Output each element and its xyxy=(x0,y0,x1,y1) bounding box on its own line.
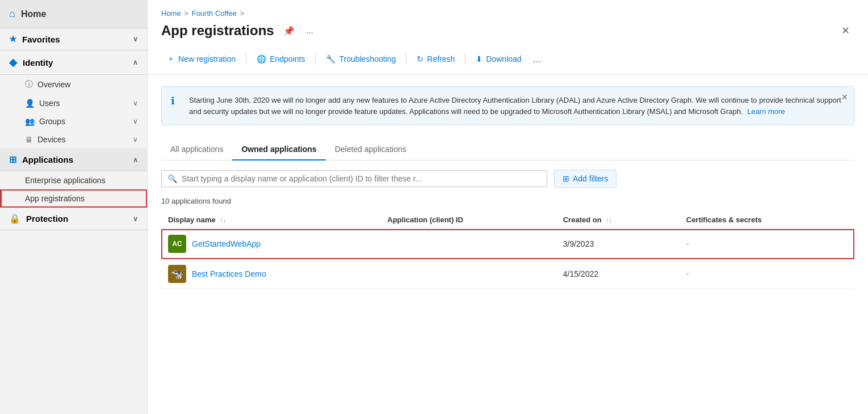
new-registration-button[interactable]: ＋ New registration xyxy=(161,50,241,67)
sidebar-protection[interactable]: 🔒 Protection ∨ xyxy=(0,208,147,230)
table-header: Display name ↑↓ Application (client) ID … xyxy=(161,211,854,229)
toolbar-divider-4 xyxy=(465,53,466,65)
favorites-chevron: ∨ xyxy=(133,35,138,43)
info-icon: ℹ xyxy=(171,95,182,107)
breadcrumb-sep1: > xyxy=(184,10,188,18)
avatar: 🐄 xyxy=(168,265,186,283)
protection-label: Protection xyxy=(26,214,68,223)
info-banner: ℹ Starting June 30th, 2020 we will no lo… xyxy=(161,86,854,125)
table-cell-certs: - xyxy=(680,229,854,259)
table-cell-name: AC GetStartedWebApp xyxy=(161,229,380,259)
refresh-icon: ↻ xyxy=(417,54,423,64)
tab-owned-applications[interactable]: Owned applications xyxy=(232,139,325,160)
download-label: Download xyxy=(486,54,521,64)
wrench-icon: 🔧 xyxy=(326,54,336,64)
sort-display-name-icon[interactable]: ↑↓ xyxy=(220,217,226,223)
tab-all-applications[interactable]: All applications xyxy=(161,139,232,160)
endpoints-button[interactable]: 🌐 Endpoints xyxy=(251,51,311,67)
close-button[interactable]: ✕ xyxy=(837,22,854,39)
col-certs: Certificates & secrets xyxy=(680,211,854,229)
toolbar-divider-2 xyxy=(315,53,316,65)
troubleshooting-button[interactable]: 🔧 Troubleshooting xyxy=(320,51,401,67)
toolbar-more-button[interactable]: ... xyxy=(530,51,545,67)
groups-chevron: ∨ xyxy=(133,117,138,125)
filter-label: Add filters xyxy=(573,174,608,183)
tabs: All applications Owned applications Dele… xyxy=(161,139,854,160)
users-icon: 👤 xyxy=(25,99,35,108)
globe-icon: 🌐 xyxy=(257,54,266,64)
protection-icon: 🔒 xyxy=(9,213,20,224)
table-cell-created-on: 4/15/2022 xyxy=(556,259,680,289)
home-icon: ⌂ xyxy=(9,8,15,20)
identity-label: Identity xyxy=(23,58,53,67)
groups-icon: 👥 xyxy=(25,117,35,126)
overview-icon: ⓘ xyxy=(25,79,33,90)
troubleshooting-label: Troubleshooting xyxy=(339,54,396,64)
sidebar-favorites[interactable]: ★ Favorites ∨ xyxy=(0,28,147,50)
sidebar-app-registrations[interactable]: App registrations xyxy=(0,189,147,208)
app-name-link[interactable]: Best Practices Demo xyxy=(192,269,266,278)
toolbar-divider-1 xyxy=(246,53,246,65)
toolbar-divider-3 xyxy=(406,53,406,65)
search-icon: 🔍 xyxy=(167,174,177,183)
breadcrumb-tenant[interactable]: Fourth Coffee xyxy=(192,9,237,18)
applications-chevron: ∧ xyxy=(133,156,138,164)
sidebar-overview[interactable]: ⓘ Overview xyxy=(0,75,147,94)
search-input[interactable] xyxy=(182,174,541,183)
app-name-link[interactable]: GetStartedWebApp xyxy=(192,239,261,248)
main-content: Home > Fourth Coffee > App registrations… xyxy=(148,0,868,414)
sidebar-groups[interactable]: 👥 Groups ∨ xyxy=(0,112,147,130)
sidebar-devices[interactable]: 🖥 Devices ∨ xyxy=(0,130,147,149)
enterprise-apps-label: Enterprise applications xyxy=(25,176,106,185)
protection-chevron: ∨ xyxy=(133,215,138,223)
refresh-button[interactable]: ↻ Refresh xyxy=(411,51,460,67)
new-registration-label: New registration xyxy=(178,54,236,64)
devices-chevron: ∨ xyxy=(133,136,138,143)
filter-icon: ⊞ xyxy=(563,174,569,183)
star-icon: ★ xyxy=(9,34,16,44)
col-created-on: Created on ↑↓ xyxy=(556,211,680,229)
groups-label: Groups xyxy=(39,117,65,126)
sidebar-home[interactable]: ⌂ Home xyxy=(0,0,147,28)
sort-created-on-icon[interactable]: ↑↓ xyxy=(606,217,612,223)
applications-icon: ⊞ xyxy=(9,154,16,165)
app-name-cell: AC GetStartedWebApp xyxy=(168,235,374,253)
breadcrumb: Home > Fourth Coffee > xyxy=(161,9,854,18)
more-options-button[interactable]: ... xyxy=(304,23,316,38)
identity-icon: ◆ xyxy=(9,56,17,69)
sidebar-identity[interactable]: ◆ Identity ∧ xyxy=(0,50,147,75)
tab-deleted-applications[interactable]: Deleted applications xyxy=(326,139,416,160)
users-label: Users xyxy=(39,99,60,108)
banner-learn-more[interactable]: Learn more xyxy=(747,107,785,116)
overview-label: Overview xyxy=(37,80,70,89)
plus-icon: ＋ xyxy=(167,54,175,64)
search-row: 🔍 ⊞ Add filters xyxy=(161,170,854,188)
devices-label: Devices xyxy=(37,135,66,144)
sidebar-applications[interactable]: ⊞ Applications ∧ xyxy=(0,149,147,171)
banner-close-button[interactable]: ✕ xyxy=(841,92,848,102)
page-title: App registrations xyxy=(161,23,274,39)
applications-label: Applications xyxy=(22,155,73,164)
identity-chevron: ∧ xyxy=(133,58,138,66)
app-registrations-label: App registrations xyxy=(25,194,85,203)
download-button[interactable]: ⬇ Download xyxy=(470,51,527,67)
table-body: AC GetStartedWebApp 3/9/2023 - xyxy=(161,229,854,289)
table-row: 🐄 Best Practices Demo 4/15/2022 - xyxy=(161,259,854,289)
sidebar-home-label: Home xyxy=(21,9,46,19)
toolbar-more-icon: ... xyxy=(533,53,542,65)
table-cell-certs: - xyxy=(680,259,854,289)
cow-icon: 🐄 xyxy=(171,268,183,280)
col-display-name: Display name ↑↓ xyxy=(161,211,380,229)
table-cell-created-on: 3/9/2023 xyxy=(556,229,680,259)
sidebar-enterprise-apps[interactable]: Enterprise applications xyxy=(0,171,147,189)
page-header: Home > Fourth Coffee > App registrations… xyxy=(148,0,868,75)
ellipsis-icon: ... xyxy=(306,26,313,35)
sidebar-users[interactable]: 👤 Users ∨ xyxy=(0,94,147,112)
apps-count: 10 applications found xyxy=(161,197,854,205)
pin-button[interactable]: 📌 xyxy=(281,23,297,39)
title-row: App registrations 📌 ... ✕ xyxy=(161,22,854,39)
breadcrumb-sep2: > xyxy=(240,10,244,18)
breadcrumb-home[interactable]: Home xyxy=(161,9,181,18)
app-name-cell: 🐄 Best Practices Demo xyxy=(168,265,374,283)
add-filters-button[interactable]: ⊞ Add filters xyxy=(554,170,617,188)
